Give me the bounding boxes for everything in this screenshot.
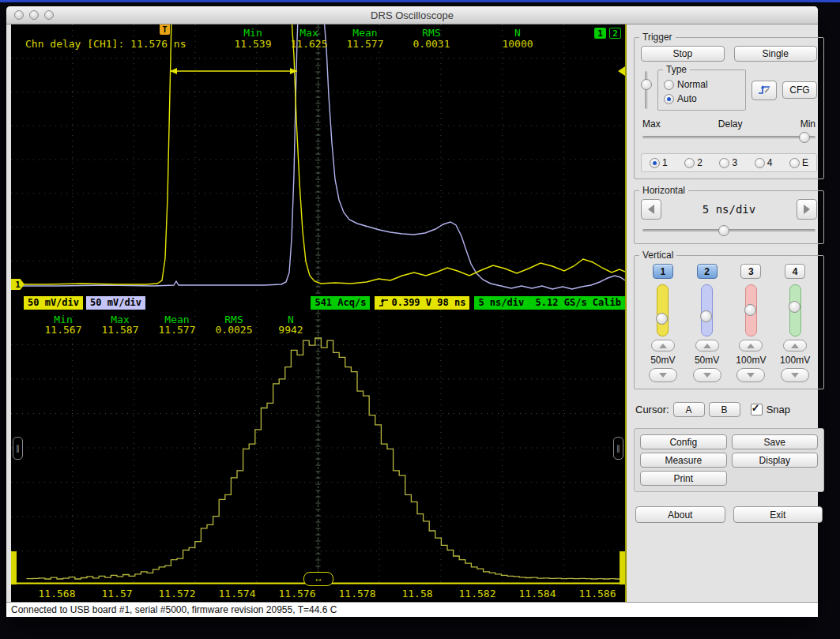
axis-label: 11.58: [387, 588, 447, 600]
trigger-type-auto[interactable]: Auto: [664, 93, 740, 104]
trigger-level-knob[interactable]: [641, 79, 652, 90]
single-button[interactable]: Single: [734, 46, 818, 62]
ch1-column: 1 50mV: [649, 264, 677, 382]
ch3-scale-up-button[interactable]: [739, 340, 763, 351]
acq-rate-badge: 541 Acq/s: [311, 296, 370, 310]
zoom-button[interactable]: [44, 10, 54, 20]
trigger-source-4[interactable]: 4: [755, 157, 773, 168]
ch1-scale-down-button[interactable]: [649, 368, 677, 382]
horizontal-group: Horizontal 5 ns/div: [634, 190, 824, 244]
axis-label: 11.576: [267, 588, 327, 600]
print-button[interactable]: Print: [640, 471, 727, 486]
ch4-scale-up-button[interactable]: [783, 340, 807, 351]
trigger-source-3[interactable]: 3: [719, 157, 737, 168]
timebase-increase-button[interactable]: [797, 199, 817, 220]
ch2-scale-up-button[interactable]: [695, 340, 719, 351]
actions-panel: Config Save Measure Display Print: [634, 428, 824, 492]
hist-x-axis: 11.56811.5711.57211.57411.57611.57811.58…: [11, 586, 625, 602]
axis-label: 11.572: [147, 588, 207, 600]
ch1-offset-slider[interactable]: [657, 284, 669, 336]
ch1-offset-knob[interactable]: [656, 313, 668, 325]
timebase-value: 5 ns/div: [665, 203, 793, 216]
ch2-scale-down-button[interactable]: [693, 368, 721, 382]
ch3-scale-value: 100mV: [736, 355, 766, 366]
ch1-button[interactable]: 1: [653, 264, 673, 279]
scope-area: Min Max Mean RMS N Chn delay [CH1]: 11.5…: [11, 24, 627, 602]
ch2-scale-value: 50mV: [695, 355, 719, 366]
minimize-button[interactable]: [29, 10, 39, 20]
ch3-button[interactable]: 3: [740, 264, 761, 279]
cursor-a-button[interactable]: A: [673, 402, 705, 417]
range-bar-left: [11, 551, 17, 584]
horizontal-position-knob[interactable]: [718, 225, 729, 236]
trigger-delay-knob[interactable]: [799, 132, 810, 143]
ch1-scale-up-button[interactable]: [651, 340, 675, 351]
down-arrow-icon: [791, 373, 799, 378]
axis-label: 11.57: [87, 588, 147, 600]
ch2-button[interactable]: 2: [697, 264, 718, 279]
trigger-position-marker[interactable]: T: [160, 24, 170, 35]
radio-src1-icon: [650, 158, 660, 168]
ch1-scale-badge: 50 mV/div: [24, 296, 83, 310]
ch4-scale-down-button[interactable]: [781, 368, 809, 382]
trigger-source-ext[interactable]: E: [789, 157, 808, 168]
trigger-level-slider[interactable]: [641, 70, 652, 111]
window-title: DRS Oscilloscope: [6, 9, 818, 21]
main-content: Min Max Mean RMS N Chn delay [CH1]: 11.5…: [6, 24, 818, 602]
about-button[interactable]: About: [635, 506, 725, 523]
trigger-level-marker[interactable]: [618, 66, 625, 76]
axis-label: 11.578: [327, 588, 387, 600]
close-button[interactable]: [14, 10, 24, 20]
measure-button[interactable]: Measure: [640, 453, 727, 468]
trigger-source-1[interactable]: 1: [650, 157, 668, 168]
axis-label: 11.568: [27, 588, 87, 600]
trigger-edge-config-icon: [757, 85, 771, 96]
timebase-decrease-button[interactable]: [641, 199, 661, 220]
down-arrow-icon: [703, 373, 711, 378]
ch3-offset-knob[interactable]: [744, 304, 756, 316]
up-arrow-icon: [747, 344, 755, 348]
histogram-display[interactable]: Min Max Mean RMS N 11.567 11.587 11.577 …: [11, 310, 625, 602]
exit-button[interactable]: Exit: [733, 506, 823, 523]
app-window: DRS Oscilloscope Min Max Mean RMS N Chn …: [6, 6, 818, 616]
display-button[interactable]: Display: [732, 453, 819, 468]
cursor-b-button[interactable]: B: [709, 402, 740, 417]
save-button[interactable]: Save: [732, 434, 819, 449]
trigger-level-track: [645, 71, 648, 109]
up-arrow-icon: [791, 344, 799, 348]
ch2-active-badge: 2: [609, 28, 621, 39]
ch4-scale-value: 100mV: [780, 355, 810, 366]
vertical-group: Vertical 1 50mV: [634, 255, 824, 389]
ch2-offset-slider[interactable]: [701, 284, 713, 336]
ch2-offset-knob[interactable]: [700, 310, 712, 322]
trigger-group: Trigger Stop Single Type Normal: [634, 37, 824, 179]
trigger-edge-button[interactable]: [751, 81, 777, 100]
down-arrow-icon: [747, 373, 755, 378]
axis-label: 11.584: [507, 588, 567, 600]
config-button[interactable]: Config: [640, 434, 727, 449]
hist-resize-handle[interactable]: ↔: [303, 572, 333, 586]
window-controls: [14, 10, 54, 20]
trigger-delay-slider[interactable]: [641, 131, 817, 144]
snap-checkbox[interactable]: [751, 404, 763, 415]
waveform-display[interactable]: Min Max Mean RMS N Chn delay [CH1]: 11.5…: [11, 24, 625, 295]
horizontal-position-slider[interactable]: [641, 224, 817, 237]
stop-button[interactable]: Stop: [641, 46, 725, 62]
trigger-delay-track: [642, 136, 816, 139]
ch1-scale-value: 50mV: [650, 355, 675, 366]
ch1-active-badge: 1: [594, 28, 606, 39]
snap-label: Snap: [767, 404, 790, 415]
timebase-badge: 5 ns/div 5.12 GS/s Calib: [474, 296, 625, 310]
screen-top-glow: [0, 0, 840, 2]
pan-handle-right[interactable]: [613, 437, 623, 460]
ch4-offset-slider[interactable]: [789, 284, 801, 336]
ch3-scale-down-button[interactable]: [736, 368, 765, 382]
trigger-cfg-button[interactable]: CFG: [782, 81, 817, 99]
ch4-button[interactable]: 4: [785, 264, 805, 279]
trigger-source-2[interactable]: 2: [684, 157, 703, 168]
ch3-offset-slider[interactable]: [745, 284, 757, 336]
trigger-type-normal[interactable]: Normal: [664, 79, 740, 90]
pan-handle-left[interactable]: [13, 437, 23, 460]
ch4-offset-knob[interactable]: [789, 301, 800, 313]
left-arrow-icon: [648, 205, 654, 214]
